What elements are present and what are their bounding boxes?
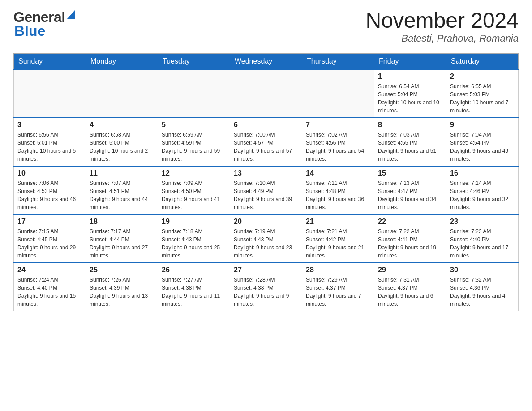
- day-number: 25: [90, 266, 154, 274]
- week-row-1: 1Sunrise: 6:54 AMSunset: 5:04 PMDaylight…: [14, 69, 519, 118]
- day-number: 11: [90, 169, 154, 177]
- day-number: 7: [306, 121, 370, 129]
- calendar-cell-4-1: 25Sunrise: 7:26 AMSunset: 4:39 PMDayligh…: [86, 263, 158, 311]
- day-info: Sunrise: 7:24 AMSunset: 4:40 PMDaylight:…: [17, 276, 82, 308]
- day-info: Sunrise: 7:13 AMSunset: 4:47 PMDaylight:…: [378, 179, 442, 211]
- day-info: Sunrise: 7:00 AMSunset: 4:57 PMDaylight:…: [234, 131, 298, 163]
- day-info: Sunrise: 7:22 AMSunset: 4:41 PMDaylight:…: [378, 227, 442, 260]
- day-info: Sunrise: 6:59 AMSunset: 4:59 PMDaylight:…: [162, 131, 226, 163]
- day-number: 9: [450, 121, 515, 129]
- svg-marker-0: [67, 10, 75, 19]
- day-info: Sunrise: 6:58 AMSunset: 5:00 PMDaylight:…: [90, 131, 154, 163]
- day-info: Sunrise: 7:29 AMSunset: 4:37 PMDaylight:…: [306, 276, 370, 308]
- day-number: 27: [234, 266, 298, 274]
- logo-triangle-icon: [67, 10, 75, 21]
- day-number: 26: [162, 266, 226, 274]
- day-info: Sunrise: 7:28 AMSunset: 4:38 PMDaylight:…: [234, 276, 298, 308]
- day-number: 12: [162, 169, 226, 177]
- header-sunday: Sunday: [14, 53, 86, 69]
- day-info: Sunrise: 7:06 AMSunset: 4:53 PMDaylight:…: [17, 179, 82, 211]
- day-number: 21: [306, 218, 370, 226]
- day-info: Sunrise: 7:31 AMSunset: 4:37 PMDaylight:…: [378, 276, 442, 308]
- calendar-cell-1-2: 5Sunrise: 6:59 AMSunset: 4:59 PMDaylight…: [158, 118, 230, 166]
- day-info: Sunrise: 7:18 AMSunset: 4:43 PMDaylight:…: [162, 227, 226, 260]
- day-number: 23: [450, 218, 515, 226]
- day-number: 24: [17, 266, 82, 274]
- week-row-2: 3Sunrise: 6:56 AMSunset: 5:01 PMDaylight…: [14, 118, 519, 166]
- day-info: Sunrise: 7:03 AMSunset: 4:55 PMDaylight:…: [378, 131, 442, 163]
- day-number: 10: [17, 169, 82, 177]
- calendar-cell-1-0: 3Sunrise: 6:56 AMSunset: 5:01 PMDaylight…: [14, 118, 86, 166]
- day-number: 3: [17, 121, 82, 129]
- day-number: 18: [90, 218, 154, 226]
- day-number: 28: [306, 266, 370, 274]
- day-info: Sunrise: 7:04 AMSunset: 4:54 PMDaylight:…: [450, 131, 515, 163]
- day-number: 5: [162, 121, 226, 129]
- calendar-cell-0-3: [230, 69, 302, 118]
- calendar-cell-0-0: [14, 69, 86, 118]
- calendar-cell-3-5: 22Sunrise: 7:22 AMSunset: 4:41 PMDayligh…: [374, 214, 446, 263]
- calendar-cell-3-3: 20Sunrise: 7:19 AMSunset: 4:43 PMDayligh…: [230, 214, 302, 263]
- calendar-cell-0-6: 2Sunrise: 6:55 AMSunset: 5:03 PMDaylight…: [446, 69, 519, 118]
- day-info: Sunrise: 7:09 AMSunset: 4:50 PMDaylight:…: [162, 179, 226, 211]
- calendar-cell-4-0: 24Sunrise: 7:24 AMSunset: 4:40 PMDayligh…: [14, 263, 86, 311]
- day-info: Sunrise: 7:26 AMSunset: 4:39 PMDaylight:…: [90, 276, 154, 308]
- day-number: 22: [378, 218, 442, 226]
- title-area: November 2024 Batesti, Prahova, Romania: [365, 9, 519, 44]
- calendar-table: Sunday Monday Tuesday Wednesday Thursday…: [13, 53, 519, 311]
- calendar-cell-4-2: 26Sunrise: 7:27 AMSunset: 4:38 PMDayligh…: [158, 263, 230, 311]
- day-info: Sunrise: 7:32 AMSunset: 4:36 PMDaylight:…: [450, 276, 515, 308]
- day-number: 19: [162, 218, 226, 226]
- header-saturday: Saturday: [446, 53, 519, 69]
- day-info: Sunrise: 7:19 AMSunset: 4:43 PMDaylight:…: [234, 227, 298, 260]
- day-number: 15: [378, 169, 442, 177]
- day-number: 6: [234, 121, 298, 129]
- day-info: Sunrise: 6:55 AMSunset: 5:03 PMDaylight:…: [450, 82, 515, 115]
- day-number: 29: [378, 266, 442, 274]
- day-info: Sunrise: 7:17 AMSunset: 4:44 PMDaylight:…: [90, 227, 154, 260]
- calendar-cell-2-5: 15Sunrise: 7:13 AMSunset: 4:47 PMDayligh…: [374, 166, 446, 214]
- calendar-cell-2-6: 16Sunrise: 7:14 AMSunset: 4:46 PMDayligh…: [446, 166, 519, 214]
- day-number: 13: [234, 169, 298, 177]
- day-number: 1: [378, 73, 442, 81]
- calendar-cell-4-4: 28Sunrise: 7:29 AMSunset: 4:37 PMDayligh…: [302, 263, 374, 311]
- calendar-cell-4-3: 27Sunrise: 7:28 AMSunset: 4:38 PMDayligh…: [230, 263, 302, 311]
- calendar-cell-0-4: [302, 69, 374, 118]
- day-info: Sunrise: 7:10 AMSunset: 4:49 PMDaylight:…: [234, 179, 298, 211]
- calendar-cell-0-1: [86, 69, 158, 118]
- day-number: 2: [450, 73, 515, 81]
- week-row-3: 10Sunrise: 7:06 AMSunset: 4:53 PMDayligh…: [14, 166, 519, 214]
- day-info: Sunrise: 7:15 AMSunset: 4:45 PMDaylight:…: [17, 227, 82, 260]
- week-row-5: 24Sunrise: 7:24 AMSunset: 4:40 PMDayligh…: [14, 263, 519, 311]
- calendar-cell-3-0: 17Sunrise: 7:15 AMSunset: 4:45 PMDayligh…: [14, 214, 86, 263]
- calendar-cell-3-2: 19Sunrise: 7:18 AMSunset: 4:43 PMDayligh…: [158, 214, 230, 263]
- week-row-4: 17Sunrise: 7:15 AMSunset: 4:45 PMDayligh…: [14, 214, 519, 263]
- calendar-cell-3-1: 18Sunrise: 7:17 AMSunset: 4:44 PMDayligh…: [86, 214, 158, 263]
- day-info: Sunrise: 6:54 AMSunset: 5:04 PMDaylight:…: [378, 82, 442, 115]
- day-info: Sunrise: 7:27 AMSunset: 4:38 PMDaylight:…: [162, 276, 226, 308]
- calendar-cell-1-6: 9Sunrise: 7:04 AMSunset: 4:54 PMDaylight…: [446, 118, 519, 166]
- calendar-cell-0-2: [158, 69, 230, 118]
- weekday-header-row: Sunday Monday Tuesday Wednesday Thursday…: [14, 53, 519, 69]
- day-number: 17: [17, 218, 82, 226]
- day-info: Sunrise: 7:21 AMSunset: 4:42 PMDaylight:…: [306, 227, 370, 260]
- day-info: Sunrise: 7:11 AMSunset: 4:48 PMDaylight:…: [306, 179, 370, 211]
- calendar-cell-2-4: 14Sunrise: 7:11 AMSunset: 4:48 PMDayligh…: [302, 166, 374, 214]
- location-title: Batesti, Prahova, Romania: [365, 33, 519, 44]
- calendar-cell-1-3: 6Sunrise: 7:00 AMSunset: 4:57 PMDaylight…: [230, 118, 302, 166]
- day-number: 8: [378, 121, 442, 129]
- calendar-cell-2-3: 13Sunrise: 7:10 AMSunset: 4:49 PMDayligh…: [230, 166, 302, 214]
- month-title: November 2024: [365, 9, 519, 33]
- calendar-cell-2-0: 10Sunrise: 7:06 AMSunset: 4:53 PMDayligh…: [14, 166, 86, 214]
- calendar-cell-4-6: 30Sunrise: 7:32 AMSunset: 4:36 PMDayligh…: [446, 263, 519, 311]
- calendar-cell-2-1: 11Sunrise: 7:07 AMSunset: 4:51 PMDayligh…: [86, 166, 158, 214]
- header-wednesday: Wednesday: [230, 53, 302, 69]
- page-header: General Blue November 2024 Batesti, Prah…: [13, 9, 519, 44]
- day-info: Sunrise: 7:23 AMSunset: 4:40 PMDaylight:…: [450, 227, 515, 260]
- header-monday: Monday: [86, 53, 158, 69]
- day-number: 20: [234, 218, 298, 226]
- day-number: 14: [306, 169, 370, 177]
- day-number: 16: [450, 169, 515, 177]
- logo-blue-text: Blue: [14, 23, 45, 39]
- day-number: 30: [450, 266, 515, 274]
